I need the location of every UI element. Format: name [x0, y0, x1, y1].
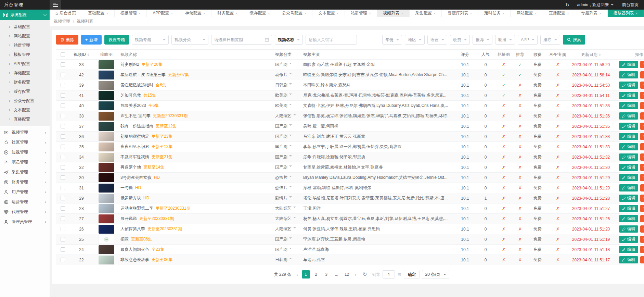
recommend-cell[interactable]: ✓ [512, 73, 528, 77]
video-title[interactable]: 不及将军送我情 [120, 154, 149, 159]
video-title[interactable]: 再遇两个他 [120, 165, 141, 170]
edit-button[interactable]: 编辑 [619, 195, 638, 202]
app-exclusive-cell[interactable]: ✗ [547, 175, 568, 180]
app-exclusive-cell[interactable]: ✗ [547, 258, 568, 262]
app-exclusive-cell[interactable]: ✗ [547, 124, 568, 129]
sidebar-item-演员管理[interactable]: 演员管理‹ [0, 157, 50, 167]
video-title[interactable]: 芝加哥急救 [120, 93, 141, 98]
row-checkbox[interactable] [61, 206, 65, 211]
recommend-cell[interactable]: ✗ [512, 83, 528, 88]
carousel-cell[interactable]: ✗ [495, 216, 512, 221]
carousel-cell[interactable]: ✗ [495, 247, 512, 252]
delete-row-button[interactable]: 删除 [640, 205, 644, 212]
delete-row-button[interactable]: 删除 [640, 246, 644, 253]
tab-直播配置[interactable]: 直播配置× [543, 10, 575, 17]
video-title[interactable]: 初夏的甜蜜约定 [120, 134, 149, 139]
recommend-cell[interactable]: ✗ [512, 258, 528, 262]
delete-row-button[interactable]: 删除 [640, 174, 644, 181]
row-checkbox[interactable] [61, 258, 65, 262]
close-icon[interactable]: × [502, 11, 504, 15]
edit-button[interactable]: 编辑 [619, 112, 638, 120]
recommend-cell[interactable]: ✗ [512, 155, 528, 160]
edit-button[interactable]: 编辑 [619, 123, 638, 130]
recommend-cell[interactable]: ✓ [512, 62, 528, 67]
add-button[interactable]: + 新增 [81, 35, 102, 45]
delete-row-button[interactable]: 删除 [640, 225, 644, 233]
category-cell[interactable]: 国产剧 [274, 247, 302, 252]
recommend-cell[interactable]: ✗ [512, 247, 528, 252]
delete-row-button[interactable]: 删除 [640, 236, 644, 243]
filter-select-地区[interactable]: 地区 [405, 35, 425, 45]
category-cell[interactable]: 国产剧 [274, 144, 302, 150]
filter-select-语言[interactable]: 语言 [427, 35, 447, 45]
close-icon[interactable]: × [636, 11, 638, 15]
delete-row-button[interactable]: 删除 [640, 215, 644, 222]
tab-APP配置[interactable]: APP配置× [147, 10, 179, 17]
prev-page-icon[interactable]: ‹ [295, 272, 299, 277]
delete-row-button[interactable]: 删除 [640, 195, 644, 202]
app-exclusive-cell[interactable]: ✗ [547, 62, 568, 67]
sidebar-item-用户管理[interactable]: 用户管理‹ [0, 187, 50, 197]
recommend-cell[interactable]: ✗ [512, 124, 528, 129]
row-checkbox[interactable] [61, 103, 65, 108]
next-page-icon[interactable]: › [353, 272, 358, 277]
recommend-cell[interactable]: ✗ [512, 186, 528, 190]
frontend-home-link[interactable]: 前台首页 [617, 0, 644, 10]
row-checkbox[interactable] [61, 73, 65, 77]
category-cell[interactable]: 国产剧 [274, 134, 302, 139]
category-cell[interactable]: 大陆综艺 [274, 206, 302, 211]
carousel-cell[interactable]: ✗ [495, 165, 512, 170]
row-checkbox[interactable] [61, 93, 65, 98]
row-checkbox[interactable] [61, 155, 65, 159]
tab-存储配置[interactable]: 存储配置× [179, 10, 211, 17]
recommend-cell[interactable]: ✗ [512, 114, 528, 119]
user-menu[interactable]: admin，欢迎回来 [577, 2, 614, 8]
close-icon[interactable]: × [268, 11, 270, 15]
category-select[interactable]: 视频分类 [171, 35, 208, 45]
recommend-cell[interactable]: ✗ [512, 134, 528, 139]
sidebar-sub-item-文本配置[interactable]: ›文本配置 [0, 106, 50, 115]
breadcrumb-parent[interactable]: 视频管理 [54, 18, 70, 24]
carousel-cell[interactable]: ✓ [495, 83, 512, 88]
sort-icon[interactable] [599, 52, 601, 57]
video-title[interactable]: 最食人间烟火色 [120, 247, 149, 252]
app-exclusive-cell[interactable]: ✗ [547, 247, 568, 252]
carousel-cell[interactable]: ✗ [495, 103, 512, 108]
filter-select-年份[interactable]: 年份 [382, 35, 402, 45]
delete-row-button[interactable]: 删除 [640, 92, 644, 99]
edit-button[interactable]: 编辑 [619, 92, 638, 99]
sidebar-sub-item-财务配置[interactable]: ›财务配置 [0, 78, 50, 87]
video-title[interactable]: 俄罗斯方块 [120, 196, 141, 200]
sidebar-sub-item-直播配置[interactable]: ›直播配置 [0, 115, 50, 124]
filter-select-推荐[interactable]: 推荐 [473, 35, 492, 45]
edit-button[interactable]: 编辑 [619, 143, 638, 150]
video-title[interactable]: 我有一份逃生指南 [120, 124, 153, 128]
tab-采集配置[interactable]: 采集配置× [410, 10, 442, 17]
close-icon[interactable]: × [401, 11, 403, 15]
video-title[interactable]: 爱在记忆被冻结时 [120, 83, 153, 87]
delete-row-button[interactable]: 删除 [640, 256, 644, 263]
carousel-cell[interactable]: ✗ [495, 134, 512, 139]
page-...[interactable]: ... [333, 270, 341, 279]
edit-button[interactable]: 编辑 [619, 174, 638, 181]
delete-row-button[interactable]: 删除 [640, 112, 644, 120]
carousel-cell[interactable]: ✓ [495, 73, 512, 77]
delete-row-button[interactable]: 删除 [640, 82, 644, 89]
goto-page-input[interactable] [383, 270, 395, 279]
carousel-cell[interactable]: ✗ [495, 258, 512, 262]
tab-网站配置[interactable]: 网站配置× [511, 10, 543, 17]
recommend-cell[interactable]: ✗ [512, 165, 528, 170]
edit-button[interactable]: 编辑 [619, 215, 638, 222]
carousel-cell[interactable]: ✗ [495, 227, 512, 232]
edit-button[interactable]: 编辑 [619, 133, 638, 140]
sidebar-sub-item-存储配置[interactable]: ›存储配置 [0, 69, 50, 78]
date-range-picker[interactable]: 请选择日期范围 [211, 35, 272, 45]
close-icon[interactable]: × [171, 11, 173, 15]
recommend-cell[interactable]: ✗ [512, 216, 528, 221]
row-checkbox[interactable] [61, 237, 65, 242]
close-icon[interactable]: × [434, 11, 436, 15]
page-3[interactable]: 3 [322, 270, 331, 279]
sidebar-sub-item-模板管理[interactable]: ›模板管理 [0, 50, 50, 59]
sidebar-item-运营管理[interactable]: 运营管理‹ [0, 197, 50, 207]
recommend-cell[interactable]: ✗ [512, 93, 528, 98]
